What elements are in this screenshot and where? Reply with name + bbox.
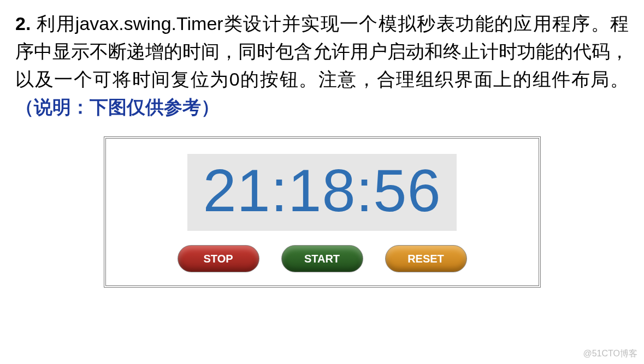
stop-button-label: STOP [203, 253, 233, 265]
time-display: 21:18:56 [187, 154, 456, 231]
question-number: 2. [15, 13, 31, 34]
stop-button[interactable]: STOP [178, 245, 259, 272]
question-text: 2. 利用javax.swing.Timer类设计并实现一个模拟秒表功能的应用程… [0, 0, 644, 121]
watermark: @51CTO博客 [583, 348, 637, 360]
reset-button[interactable]: RESET [385, 245, 467, 272]
button-row: STOP START RESET [178, 245, 467, 272]
start-button-label: START [304, 253, 340, 265]
start-button[interactable]: START [281, 245, 363, 272]
question-note: （说明：下图仅供参考） [15, 97, 220, 117]
question-body: 利用javax.swing.Timer类设计并实现一个模拟秒表功能的应用程序。程… [15, 13, 629, 89]
reset-button-label: RESET [407, 253, 444, 265]
stopwatch-panel: 21:18:56 STOP START RESET [104, 136, 541, 288]
